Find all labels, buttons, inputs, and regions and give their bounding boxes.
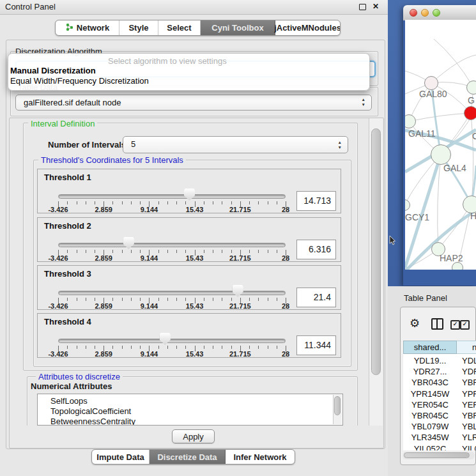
- table-cell[interactable]: YIL0: [462, 444, 476, 450]
- stepper-up-icon[interactable]: ▲: [362, 98, 365, 102]
- tick-label: 21.715: [224, 350, 256, 358]
- tab-style[interactable]: Style: [119, 20, 158, 35]
- combo-stepper-icon[interactable]: ▲ ▼: [362, 98, 365, 107]
- table-cell[interactable]: YBL079W: [403, 422, 457, 433]
- slider-tick: [67, 298, 68, 301]
- network-node[interactable]: [464, 106, 476, 120]
- column-header-shared[interactable]: shared...: [403, 341, 457, 354]
- slider-handle[interactable]: [233, 285, 243, 297]
- node-label: GCY1: [405, 212, 429, 222]
- table-cell[interactable]: YDL1: [462, 356, 476, 367]
- apply-button[interactable]: Apply: [172, 429, 215, 443]
- tab-label: Select: [167, 23, 191, 33]
- network-window-titlebar[interactable]: [403, 5, 476, 20]
- table-cell[interactable]: YLR345W: [403, 433, 457, 443]
- attribute-item[interactable]: BetweennessCentrality: [50, 417, 135, 426]
- slider-handle[interactable]: [184, 188, 195, 201]
- threshold-row: Threshold 4-3.4262.8599.14415.4321.71528…: [37, 313, 341, 358]
- checkbox-icon[interactable]: ✓: [450, 320, 460, 330]
- tick-label: 2.859: [88, 206, 119, 213]
- slider-track[interactable]: [58, 339, 286, 343]
- table-cell[interactable]: YBR0: [462, 378, 476, 388]
- table-data-combobox[interactable]: galFiltered.sif default node ▲ ▼: [15, 95, 372, 111]
- table-cell[interactable]: YPR145W: [403, 389, 457, 400]
- tab-network[interactable]: Network: [56, 20, 119, 35]
- threshold-value-field[interactable]: 21.4: [296, 288, 336, 307]
- stepper-down-icon[interactable]: ▼: [362, 103, 365, 107]
- mac-minimize-button[interactable]: [421, 9, 429, 17]
- tab-infer-network[interactable]: Infer Network: [226, 450, 295, 464]
- tab-select[interactable]: Select: [158, 20, 201, 35]
- table-cell[interactable]: YLR3: [462, 433, 476, 443]
- slider-tick: [249, 250, 250, 253]
- stepper-down-icon[interactable]: ▼: [338, 146, 342, 150]
- threshold-value-field[interactable]: 11.344: [296, 335, 336, 355]
- tab-cyni-toolbox[interactable]: Cyni Toolbox: [201, 20, 275, 35]
- spinner-stepper-icon[interactable]: ▲ ▼: [338, 141, 342, 150]
- slider-tick: [268, 346, 268, 349]
- attributes-list-scrollbar[interactable]: [333, 395, 342, 424]
- table-hscrollbar-thumb[interactable]: [404, 452, 470, 458]
- tab-impute-data[interactable]: Impute Data: [92, 450, 150, 464]
- table-cell[interactable]: YDR27...: [403, 367, 457, 378]
- slider-tick: [249, 298, 250, 301]
- slider-track[interactable]: [58, 194, 286, 199]
- float-window-icon[interactable]: [359, 4, 366, 10]
- split-column-icon[interactable]: [431, 318, 443, 330]
- slider-tick: [222, 346, 222, 349]
- attributes-scrollbar-thumb[interactable]: [334, 396, 341, 415]
- table-hscrollbar[interactable]: [403, 452, 475, 459]
- slider-tick: [249, 346, 250, 349]
- table-cell[interactable]: YBR043C: [403, 378, 457, 388]
- attribute-item[interactable]: SelfLoops: [50, 396, 88, 406]
- table-cell[interactable]: YBR045C: [403, 411, 457, 422]
- net-canvas[interactable]: GAL80GGAL11CGAL4GCY1HHAP2: [405, 20, 476, 270]
- close-panel-icon[interactable]: ✕: [372, 2, 379, 11]
- tick-label: -3.426: [42, 206, 74, 213]
- network-node[interactable]: [424, 76, 438, 90]
- tab-jactivemnodules[interactable]: jActiveMNodules: [275, 20, 340, 35]
- table-cell[interactable]: YBL0: [462, 422, 476, 433]
- table-cell[interactable]: YIL052C: [403, 444, 457, 450]
- tick-label: 21.715: [224, 302, 256, 310]
- tab-discretize-data[interactable]: Discretize Data: [150, 450, 226, 464]
- check-glyph: ✓: [453, 321, 458, 327]
- slider-tick: [86, 346, 86, 349]
- num-intervals-spinner[interactable]: 5 ▲ ▼: [123, 136, 348, 153]
- network-node[interactable]: [466, 81, 476, 95]
- panel-vertical-scrollbar[interactable]: [369, 118, 383, 426]
- slider-track[interactable]: [58, 243, 286, 247]
- slider-track[interactable]: [58, 291, 286, 295]
- popup-item-equal-width[interactable]: Equal Width/Frequency Discretization: [10, 76, 149, 86]
- stepper-up-icon[interactable]: ▲: [338, 141, 342, 145]
- slider-tick: [176, 298, 177, 301]
- slider-tick: [122, 298, 123, 301]
- threshold-value-field[interactable]: 6.316: [296, 240, 336, 259]
- table-cell[interactable]: YBR0: [462, 411, 476, 422]
- network-node[interactable]: [431, 144, 451, 165]
- slider-handle[interactable]: [160, 333, 171, 345]
- slider-tick: [277, 201, 277, 204]
- table-cell[interactable]: YER0: [462, 400, 476, 411]
- slider-handle[interactable]: [123, 237, 134, 249]
- column-header-name[interactable]: n: [457, 341, 476, 354]
- slider-tick: [222, 201, 222, 204]
- popup-item-manual-discretization[interactable]: Manual Discretization: [10, 66, 96, 75]
- gear-icon[interactable]: ⚙: [410, 316, 420, 330]
- slider-tick: [176, 250, 177, 253]
- table-cell[interactable]: YDL19...: [403, 356, 457, 367]
- popup-placeholder-item[interactable]: Select algorithm to view settings: [108, 56, 227, 66]
- table-cell[interactable]: YDR2: [462, 367, 476, 378]
- slider-tick: [213, 250, 213, 253]
- mac-close-button[interactable]: [410, 9, 417, 17]
- slider-tick: [131, 298, 132, 301]
- mac-zoom-button[interactable]: [433, 9, 440, 17]
- panel-scrollbar-thumb[interactable]: [371, 128, 381, 375]
- checkbox-icon[interactable]: ✓: [460, 320, 470, 330]
- threshold-value-field[interactable]: 14.713: [296, 191, 336, 211]
- table-cell[interactable]: YER054C: [403, 400, 457, 411]
- attribute-item[interactable]: TopologicalCoefficient: [50, 406, 131, 416]
- node-label: GAL4: [443, 163, 466, 173]
- slider-tick: [112, 346, 113, 349]
- table-cell[interactable]: YPR1: [462, 389, 476, 400]
